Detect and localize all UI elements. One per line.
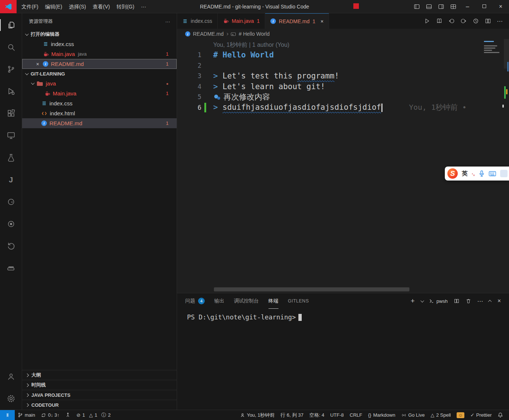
gitlens-codelens[interactable]: You, 1秒钟前 | 1 author (You) (213, 40, 509, 50)
horizontal-scrollbar[interactable] (214, 287, 409, 291)
spell-checker-item[interactable]: △ 2 Spell (427, 410, 454, 420)
tree-item-main-java[interactable]: Main.java 1 (22, 88, 177, 98)
menu-goto[interactable]: 转到(G) (113, 0, 138, 13)
toggle-secondary-sidebar-icon[interactable] (435, 4, 447, 10)
extension-badge-item[interactable]: ☺ (454, 410, 467, 420)
account-icon[interactable] (0, 365, 22, 388)
record-icon[interactable] (0, 213, 22, 235)
editor[interactable]: You, 1秒钟前 | 1 author (You) 1 # Hello Wor… (177, 39, 509, 293)
extensions-icon[interactable] (0, 102, 22, 125)
search-icon[interactable] (0, 36, 22, 58)
close-window-button[interactable]: × (492, 0, 509, 13)
section-timeline[interactable]: 时间线 (22, 380, 177, 390)
prev-change-icon[interactable] (448, 18, 455, 24)
indentation-item[interactable]: 空格: 4 (307, 410, 327, 420)
notifications-item[interactable] (495, 410, 506, 420)
new-terminal-icon[interactable]: + (411, 297, 415, 305)
remote-indicator[interactable] (0, 410, 15, 420)
java-extension-icon[interactable]: J (0, 169, 22, 191)
panel-tab-terminal[interactable]: 终端 (269, 293, 278, 309)
maximize-button[interactable] (476, 0, 492, 13)
split-terminal-icon[interactable] (454, 298, 460, 304)
panel-tab-gitlens[interactable]: GITLENS (288, 293, 309, 309)
ime-language-mode[interactable]: 英 (462, 170, 468, 178)
customize-layout-icon[interactable] (447, 4, 459, 10)
remote-explorer-icon[interactable] (0, 125, 22, 147)
timeline-icon[interactable] (472, 18, 479, 24)
close-icon[interactable]: × (36, 61, 39, 67)
toggle-sidebar-icon[interactable] (411, 4, 423, 10)
menu-more-icon[interactable]: ··· (138, 0, 149, 13)
minimize-button[interactable]: – (459, 0, 476, 13)
modified-dot-icon: ● (166, 81, 169, 86)
menu-view[interactable]: 查看(V) (89, 0, 113, 13)
keyboard-icon[interactable] (489, 171, 496, 176)
blame-item[interactable]: You, 1秒钟前 (237, 410, 277, 420)
menu-selection[interactable]: 选择(S) (66, 0, 90, 13)
panel-more-icon[interactable]: ⋯ (477, 298, 483, 305)
go-live-item[interactable]: Go Live (398, 410, 428, 420)
section-java-projects[interactable]: JAVA PROJECTS (22, 390, 177, 400)
prettier-item[interactable]: ✓ Prettier (467, 410, 495, 420)
testing-icon[interactable] (0, 147, 22, 169)
tree-item-index-css[interactable]: index.css (22, 98, 177, 108)
terminal-profile-dropdown-icon[interactable] (420, 299, 424, 302)
open-preview-icon[interactable] (436, 18, 443, 24)
terminal-profile[interactable]: pwsh (429, 298, 447, 304)
panel-tab-debug-console[interactable]: 调试控制台 (234, 293, 259, 309)
maximize-panel-icon[interactable] (488, 300, 492, 303)
encoding-item[interactable]: UTF-8 (327, 410, 347, 420)
terminal[interactable]: PS D:\git\note\git-learning> (177, 309, 509, 321)
more-actions-icon[interactable]: ⋯ (497, 18, 503, 25)
open-editor-index-css[interactable]: index.css (22, 39, 177, 49)
gitlens-compare-item[interactable] (62, 410, 73, 420)
bottom-panel: 问题 4 输出 调试控制台 终端 GITLENS + pwsh (177, 293, 509, 410)
sogou-logo-icon[interactable]: S (447, 168, 458, 179)
open-editor-main-java[interactable]: Main.java java 1 (22, 49, 177, 59)
eol-item[interactable]: CRLF (347, 410, 365, 420)
settings-gear-icon[interactable] (0, 388, 22, 410)
run-debug-icon[interactable] (0, 80, 22, 102)
explorer-icon[interactable] (0, 14, 22, 36)
ime-punctuation[interactable]: ·, (472, 171, 475, 176)
project-section-header[interactable]: GIT-LEARNING (22, 69, 177, 78)
split-editor-icon[interactable] (485, 18, 491, 24)
kill-terminal-icon[interactable] (465, 298, 471, 304)
history-icon[interactable] (0, 235, 22, 257)
docker-icon[interactable] (0, 257, 22, 279)
gradle-icon[interactable] (0, 191, 22, 213)
run-button[interactable] (424, 18, 430, 24)
warning-icon: △ (430, 412, 434, 418)
section-codetour[interactable]: CODETOUR (22, 400, 177, 410)
language-mode-item[interactable]: {} Markdown (365, 410, 398, 420)
tree-item-index-html[interactable]: index.html (22, 108, 177, 118)
toggle-panel-icon[interactable] (423, 4, 435, 10)
code-line-5: 5 再次修改内容 (177, 92, 509, 102)
git-sync-item[interactable]: 0↓ 3↑ (38, 410, 62, 420)
menu-file[interactable]: 文件(F) (18, 0, 42, 13)
open-editor-readme-md[interactable]: × README.md 1 (22, 59, 177, 69)
source-control-icon[interactable] (0, 58, 22, 80)
menu-edit[interactable]: 编辑(E) (42, 0, 66, 13)
close-panel-icon[interactable]: × (498, 298, 501, 304)
ime-toolbox-icon[interactable] (500, 170, 508, 177)
problems-item[interactable]: ⊘ 1 △ 1 ⓘ 2 (73, 410, 114, 420)
panel-tab-output[interactable]: 输出 (214, 293, 224, 309)
microphone-icon[interactable] (479, 170, 485, 177)
cursor-position-item[interactable]: 行 6, 列 37 (278, 410, 307, 420)
tab-index-css[interactable]: index.css (177, 13, 218, 29)
tab-main-java[interactable]: Main.java 1 (218, 13, 265, 29)
panel-tab-problems[interactable]: 问题 4 (185, 293, 205, 309)
open-editors-header[interactable]: 打开的编辑器 (22, 29, 177, 39)
section-outline[interactable]: 大纲 (22, 370, 177, 380)
sidebar-more-icon[interactable]: ··· (165, 19, 170, 24)
minimap[interactable] (484, 41, 503, 54)
breadcrumb-file[interactable]: README.md (193, 31, 224, 37)
git-branch-item[interactable]: main (15, 410, 38, 420)
next-change-icon[interactable] (460, 18, 467, 24)
tree-folder-java[interactable]: java ● (22, 78, 177, 88)
close-icon[interactable]: × (321, 18, 323, 24)
breadcrumb-symbol[interactable]: # Hello World (239, 31, 270, 37)
tree-item-readme-md[interactable]: README.md 1 (22, 118, 177, 128)
tab-readme-md[interactable]: README.md 1 × (265, 13, 329, 29)
